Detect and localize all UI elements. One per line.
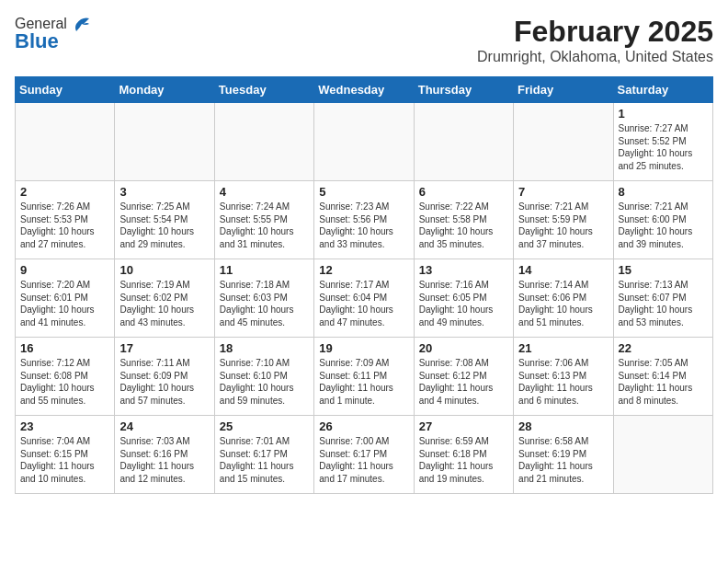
day-info: Sunrise: 7:17 AM Sunset: 6:04 PM Dayligh… [319,279,408,328]
calendar-day-cell: 7Sunrise: 7:21 AM Sunset: 5:59 PM Daylig… [514,181,613,259]
day-info: Sunrise: 7:08 AM Sunset: 6:12 PM Dayligh… [419,357,508,407]
calendar-day-cell: 2Sunrise: 7:26 AM Sunset: 5:53 PM Daylig… [16,181,115,259]
day-of-week-header: Saturday [613,77,712,103]
day-number: 13 [419,263,508,277]
calendar-day-cell: 24Sunrise: 7:03 AM Sunset: 6:16 PM Dayli… [115,416,214,494]
day-number: 18 [220,341,309,355]
title-area: February 2025 Drumright, Oklahoma, Unite… [477,15,713,65]
day-info: Sunrise: 7:06 AM Sunset: 6:13 PM Dayligh… [518,357,608,407]
day-info: Sunrise: 7:18 AM Sunset: 6:03 PM Dayligh… [220,279,309,328]
day-number: 28 [518,419,608,433]
day-info: Sunrise: 7:11 AM Sunset: 6:09 PM Dayligh… [119,357,209,407]
day-number: 15 [619,263,708,277]
day-info: Sunrise: 7:12 AM Sunset: 6:08 PM Dayligh… [20,357,109,407]
calendar-day-cell: 10Sunrise: 7:19 AM Sunset: 6:02 PM Dayli… [115,259,214,338]
day-info: Sunrise: 7:19 AM Sunset: 6:02 PM Dayligh… [119,279,209,328]
calendar-week-row: 9Sunrise: 7:20 AM Sunset: 6:01 PM Daylig… [16,259,713,338]
day-number: 23 [20,419,109,433]
day-of-week-header: Friday [514,77,613,103]
day-number: 1 [619,107,708,121]
day-info: Sunrise: 7:23 AM Sunset: 5:56 PM Dayligh… [319,201,408,250]
day-of-week-header: Monday [115,77,214,103]
page-header: General Blue February 2025 Drumright, Ok… [15,15,713,65]
day-number: 21 [518,341,608,355]
calendar-day-cell: 25Sunrise: 7:01 AM Sunset: 6:17 PM Dayli… [214,416,313,494]
calendar-day-cell: 6Sunrise: 7:22 AM Sunset: 5:58 PM Daylig… [414,181,513,259]
day-of-week-header: Tuesday [214,77,313,103]
calendar-day-cell [16,103,115,181]
day-of-week-header: Wednesday [314,77,414,103]
day-info: Sunrise: 7:10 AM Sunset: 6:10 PM Dayligh… [220,357,309,407]
day-info: Sunrise: 7:16 AM Sunset: 6:05 PM Dayligh… [419,279,508,328]
calendar-day-cell: 4Sunrise: 7:24 AM Sunset: 5:55 PM Daylig… [214,181,313,259]
calendar-day-cell: 5Sunrise: 7:23 AM Sunset: 5:56 PM Daylig… [314,181,414,259]
calendar-day-cell [414,103,513,181]
day-number: 4 [220,185,309,199]
day-number: 22 [619,341,708,355]
day-info: Sunrise: 7:21 AM Sunset: 5:59 PM Dayligh… [518,201,608,250]
calendar-subtitle: Drumright, Oklahoma, United States [477,49,713,65]
day-info: Sunrise: 7:26 AM Sunset: 5:53 PM Dayligh… [20,201,109,250]
calendar-day-cell: 9Sunrise: 7:20 AM Sunset: 6:01 PM Daylig… [16,259,115,338]
day-of-week-header: Thursday [414,77,513,103]
calendar-header-row: SundayMondayTuesdayWednesdayThursdayFrid… [16,77,713,103]
calendar-day-cell: 15Sunrise: 7:13 AM Sunset: 6:07 PM Dayli… [613,259,712,338]
calendar-week-row: 2Sunrise: 7:26 AM Sunset: 5:53 PM Daylig… [16,181,713,259]
day-number: 11 [220,263,309,277]
day-number: 26 [319,419,408,433]
calendar-day-cell [514,103,613,181]
calendar-day-cell: 11Sunrise: 7:18 AM Sunset: 6:03 PM Dayli… [214,259,313,338]
day-info: Sunrise: 7:27 AM Sunset: 5:52 PM Dayligh… [619,122,708,172]
day-info: Sunrise: 7:01 AM Sunset: 6:17 PM Dayligh… [220,435,309,485]
day-number: 9 [20,263,109,277]
day-info: Sunrise: 7:03 AM Sunset: 6:16 PM Dayligh… [119,435,209,485]
day-number: 8 [619,185,708,199]
day-number: 2 [20,185,109,199]
calendar-day-cell: 19Sunrise: 7:09 AM Sunset: 6:11 PM Dayli… [314,338,414,416]
calendar-day-cell: 8Sunrise: 7:21 AM Sunset: 6:00 PM Daylig… [613,181,712,259]
day-info: Sunrise: 7:22 AM Sunset: 5:58 PM Dayligh… [419,201,508,250]
day-number: 24 [119,419,209,433]
calendar-day-cell: 17Sunrise: 7:11 AM Sunset: 6:09 PM Dayli… [115,338,214,416]
day-of-week-header: Sunday [16,77,115,103]
day-info: Sunrise: 7:09 AM Sunset: 6:11 PM Dayligh… [319,357,408,407]
day-info: Sunrise: 7:14 AM Sunset: 6:06 PM Dayligh… [518,279,608,328]
day-info: Sunrise: 7:05 AM Sunset: 6:14 PM Dayligh… [619,357,708,407]
calendar-week-row: 16Sunrise: 7:12 AM Sunset: 6:08 PM Dayli… [16,338,713,416]
day-number: 6 [419,185,508,199]
day-info: Sunrise: 7:21 AM Sunset: 6:00 PM Dayligh… [619,201,708,250]
logo-blue-text: Blue [15,29,59,53]
day-number: 10 [119,263,209,277]
calendar-day-cell: 13Sunrise: 7:16 AM Sunset: 6:05 PM Dayli… [414,259,513,338]
calendar-week-row: 1Sunrise: 7:27 AM Sunset: 5:52 PM Daylig… [16,103,713,181]
calendar-table: SundayMondayTuesdayWednesdayThursdayFrid… [15,76,713,494]
calendar-day-cell: 20Sunrise: 7:08 AM Sunset: 6:12 PM Dayli… [414,338,513,416]
calendar-day-cell [314,103,414,181]
day-info: Sunrise: 7:13 AM Sunset: 6:07 PM Dayligh… [619,279,708,328]
calendar-day-cell: 26Sunrise: 7:00 AM Sunset: 6:17 PM Dayli… [314,416,414,494]
day-number: 3 [119,185,209,199]
day-info: Sunrise: 7:24 AM Sunset: 5:55 PM Dayligh… [220,201,309,250]
calendar-day-cell [613,416,712,494]
calendar-day-cell: 1Sunrise: 7:27 AM Sunset: 5:52 PM Daylig… [613,103,712,181]
calendar-day-cell: 21Sunrise: 7:06 AM Sunset: 6:13 PM Dayli… [514,338,613,416]
calendar-day-cell [115,103,214,181]
day-info: Sunrise: 6:59 AM Sunset: 6:18 PM Dayligh… [419,435,508,485]
calendar-day-cell: 28Sunrise: 6:58 AM Sunset: 6:19 PM Dayli… [514,416,613,494]
calendar-day-cell: 22Sunrise: 7:05 AM Sunset: 6:14 PM Dayli… [613,338,712,416]
day-info: Sunrise: 7:25 AM Sunset: 5:54 PM Dayligh… [119,201,209,250]
calendar-day-cell: 18Sunrise: 7:10 AM Sunset: 6:10 PM Dayli… [214,338,313,416]
calendar-day-cell: 14Sunrise: 7:14 AM Sunset: 6:06 PM Dayli… [514,259,613,338]
logo-bird-icon [69,15,89,33]
day-number: 27 [419,419,508,433]
day-number: 12 [319,263,408,277]
day-number: 7 [518,185,608,199]
calendar-day-cell: 23Sunrise: 7:04 AM Sunset: 6:15 PM Dayli… [16,416,115,494]
logo: General Blue [15,15,89,53]
day-number: 25 [220,419,309,433]
calendar-day-cell [214,103,313,181]
calendar-title: February 2025 [477,15,713,49]
calendar-day-cell: 16Sunrise: 7:12 AM Sunset: 6:08 PM Dayli… [16,338,115,416]
calendar-day-cell: 3Sunrise: 7:25 AM Sunset: 5:54 PM Daylig… [115,181,214,259]
day-number: 20 [419,341,508,355]
